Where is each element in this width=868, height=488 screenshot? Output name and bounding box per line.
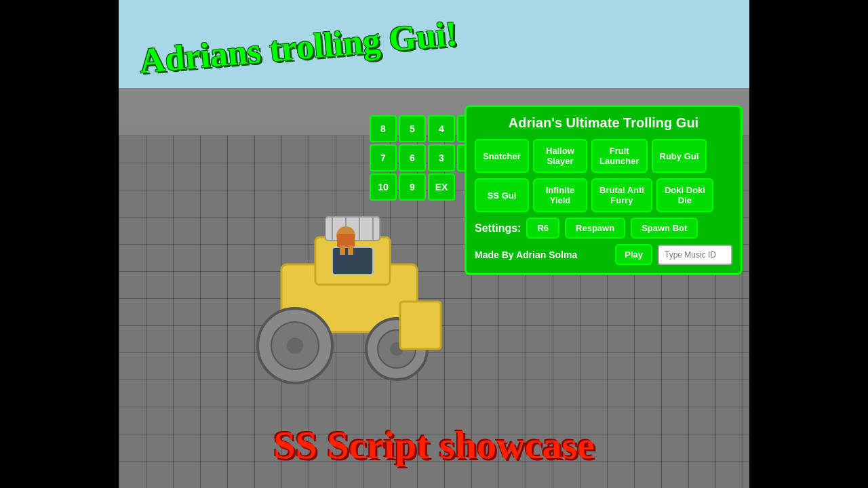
hotbar-cell-8[interactable]: 8 [370, 115, 397, 142]
brutal-anti-furry-button[interactable]: Brutal AntiFurry [591, 178, 652, 212]
infinite-yield-button[interactable]: InfiniteYield [533, 178, 587, 212]
vehicle [227, 197, 458, 400]
respawn-button[interactable]: Respawn [565, 218, 625, 239]
sidebar-right [749, 0, 868, 488]
screen: Adrians trolling Gui! [0, 0, 868, 488]
gui-footer-row: Made By Adrian Solma Play [475, 244, 732, 265]
spawn-bot-button[interactable]: Spawn Bot [631, 218, 698, 239]
gui-buttons-row-2: SS Gui InfiniteYield Brutal AntiFurry Do… [475, 178, 732, 212]
gui-panel: Adrian's Ultimate Trolling Gui Snatcher … [465, 105, 743, 275]
hotbar-cell-10[interactable]: 10 [370, 174, 397, 201]
hotbar-cell-9[interactable]: 9 [399, 174, 426, 201]
hallow-slayer-button[interactable]: HallowSlayer [533, 139, 587, 173]
svg-rect-17 [340, 245, 345, 255]
music-id-input[interactable] [658, 245, 732, 265]
play-button[interactable]: Play [615, 244, 652, 265]
hotbar-cell-3[interactable]: 3 [428, 144, 455, 171]
fruit-launcher-button[interactable]: FruitLauncher [591, 139, 648, 173]
gui-buttons-row-1: Snatcher HallowSlayer FruitLauncher Ruby… [475, 139, 732, 173]
ss-gui-button[interactable]: SS Gui [475, 178, 529, 212]
hotbar-cell-ex[interactable]: EX [428, 174, 455, 201]
snatcher-button[interactable]: Snatcher [475, 139, 529, 173]
bottom-title: SS Script showcase [273, 422, 595, 468]
r6-button[interactable]: R6 [526, 218, 559, 239]
ruby-gui-button[interactable]: Ruby Gui [652, 139, 707, 173]
game-title: Adrians trolling Gui! [138, 14, 458, 81]
svg-point-10 [287, 338, 303, 354]
hotbar-cell-6[interactable]: 6 [399, 144, 426, 171]
gui-settings-row: Settings: R6 Respawn Spawn Bot [475, 218, 732, 239]
svg-rect-18 [348, 245, 353, 255]
hotbar-cell-7[interactable]: 7 [370, 144, 397, 171]
game-area: Adrians trolling Gui! [119, 0, 749, 488]
doki-doki-die-button[interactable]: Doki DokiDie [656, 178, 713, 212]
hotbar-cell-4[interactable]: 4 [428, 115, 455, 142]
gui-title: Adrian's Ultimate Trolling Gui [475, 115, 732, 131]
sidebar-left [0, 0, 119, 488]
hotbar-cell-5[interactable]: 5 [399, 115, 426, 142]
settings-label: Settings: [475, 222, 521, 235]
gui-credit: Made By Adrian Solma [475, 249, 610, 260]
svg-rect-14 [400, 302, 441, 349]
